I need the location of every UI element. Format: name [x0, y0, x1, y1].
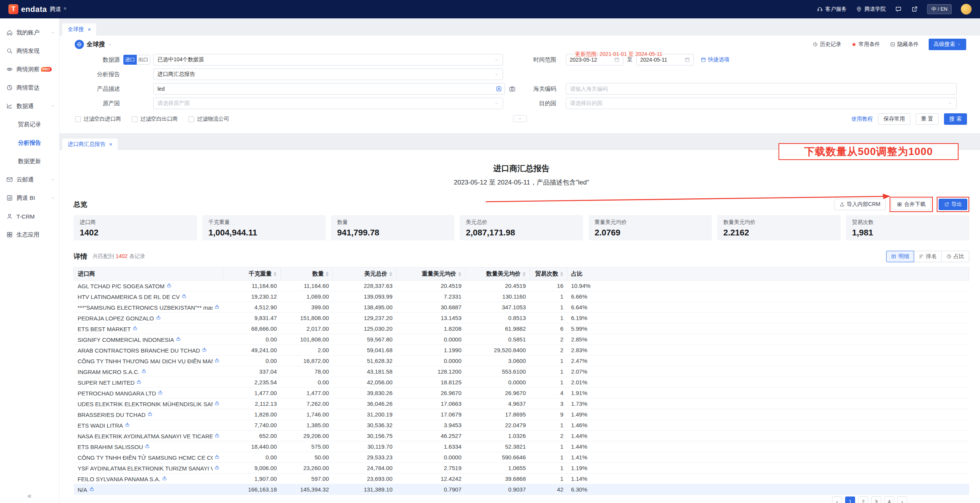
table-row[interactable]: CÔNG TY TNHH ĐIÊN TỬ SAMSUNG HCMC CE COM… — [74, 452, 969, 463]
page-button[interactable]: 4 — [884, 496, 894, 503]
import-row-to-crm-icon[interactable] — [202, 347, 207, 352]
table-row[interactable]: N/A 166,163.18 145,394.32 131,389.10 0.7… — [74, 484, 969, 495]
import-row-to-crm-icon[interactable] — [136, 379, 141, 384]
col-usd-total[interactable]: 美元总价 — [333, 268, 397, 281]
view-share-button[interactable]: 占比 — [941, 251, 969, 262]
filter-blank-importer[interactable]: 过滤空白进口商 — [75, 116, 121, 122]
table-row[interactable]: SUPER NET LIMITED 2,235.54 0.00 42,056.0… — [74, 377, 969, 388]
collapse-form-button[interactable] — [513, 115, 527, 122]
filter-logistics[interactable]: 过滤物流公司 — [188, 116, 229, 122]
table-row[interactable]: YSF AYDINLATMA ELEKTRONIK TURIZM SANAYI … — [74, 463, 969, 474]
import-toggle[interactable]: 进口 — [123, 55, 137, 65]
page-button[interactable]: 3 — [871, 496, 881, 503]
sidebar-item-eco-apps[interactable]: 生态应用 — [0, 225, 59, 244]
tab-global-search[interactable]: 全球搜 × — [62, 23, 96, 36]
export-toggle[interactable]: 出口 — [137, 55, 150, 65]
import-row-to-crm-icon[interactable] — [215, 304, 220, 309]
import-row-to-crm-icon[interactable] — [158, 390, 163, 395]
table-row[interactable]: ***"SAMSUNG ELECTRONICS UZBEKISTAN"** ma… — [74, 302, 969, 313]
academy-link[interactable]: 腾道学院 — [856, 6, 886, 13]
checkbox[interactable] — [75, 116, 81, 122]
import-row-to-crm-icon[interactable] — [133, 326, 138, 331]
hscode-input[interactable] — [566, 83, 957, 95]
sidebar-item-radar[interactable]: 商情雷达 — [0, 78, 59, 97]
import-row-to-crm-icon[interactable] — [162, 476, 167, 481]
import-row-to-crm-icon[interactable] — [167, 283, 172, 288]
col-kg-avg-price[interactable]: 重量美元均价 — [397, 268, 465, 281]
col-qty-avg-price[interactable]: 数量美元均价 — [465, 268, 530, 281]
sort-icon[interactable] — [274, 272, 277, 276]
checkbox[interactable] — [188, 116, 194, 122]
sidebar-item-discovery[interactable]: 商情发现 — [0, 42, 59, 60]
tendata-logo[interactable]: T endata 腾道 ® — [8, 4, 66, 14]
table-row[interactable]: HTV LATINOAMERICA S DE RL DE CV 19,230.1… — [74, 291, 969, 302]
view-detail-button[interactable]: 明细 — [886, 251, 914, 262]
import-row-to-crm-icon[interactable] — [215, 465, 220, 470]
external-link-icon[interactable] — [911, 6, 918, 13]
import-row-to-crm-icon[interactable] — [156, 315, 161, 320]
sidebar-collapse-button[interactable]: « — [0, 492, 59, 500]
history-button[interactable]: 历史记录 — [813, 41, 841, 48]
table-row[interactable]: PEDRAJA LOPEZ GONZALO 9,831.47 151,808.0… — [74, 313, 969, 323]
view-rank-button[interactable]: 排名 — [914, 251, 942, 262]
table-row[interactable]: PETROCHAD MANGARA LTD 1,477.00 1,477.00 … — [74, 388, 969, 398]
import-row-to-crm-icon[interactable] — [215, 358, 220, 363]
import-row-to-crm-icon[interactable] — [125, 422, 130, 427]
tab-importer-summary-report[interactable]: 进口商汇总报告 × — [62, 139, 118, 150]
import-row-to-crm-icon[interactable] — [215, 401, 220, 406]
col-quantity[interactable]: 数量 — [281, 268, 333, 281]
import-row-to-crm-icon[interactable] — [176, 336, 181, 341]
favorite-conditions-button[interactable]: 常用条件 — [851, 41, 880, 48]
report-type-select[interactable]: 进口商汇总报告 — [153, 69, 503, 80]
hide-conditions-button[interactable]: 隐藏条件 — [890, 41, 919, 48]
customer-service-link[interactable]: 客户服务 — [817, 6, 847, 13]
language-toggle[interactable]: 中 / EN — [927, 4, 952, 14]
sidebar-item-bi[interactable]: 腾道 BI — [0, 189, 59, 207]
table-row[interactable]: CÔNG TY TNHH THƯƠNG MAI DỊCH VỤ ĐIÊN MAN… — [74, 356, 969, 366]
table-row[interactable]: UDES ELEKTRIK ELEKTRONIK MÜHENDISLIK SAN… — [74, 398, 969, 409]
tutorial-link[interactable]: 使用教程 — [851, 116, 873, 122]
export-button[interactable]: 导出 — [939, 199, 967, 210]
close-icon[interactable]: × — [109, 141, 112, 147]
filter-blank-exporter[interactable]: 过滤空白出口商 — [132, 116, 178, 122]
user-avatar[interactable] — [961, 4, 972, 15]
sidebar-item-my-account[interactable]: 我的账户 — [0, 23, 59, 42]
translate-icon[interactable] — [496, 86, 502, 92]
import-to-crm-button[interactable]: 导入内部CRM — [834, 199, 886, 210]
page-button[interactable]: 2 — [858, 496, 868, 503]
page-button[interactable]: ‹ — [832, 496, 842, 503]
table-row[interactable]: NASA ELEKTRIK AYDINLATMA SANAYI VE TICAR… — [74, 431, 969, 441]
dest-country-select[interactable]: 请选择目的国 — [566, 98, 957, 109]
table-row[interactable]: FEILO SYLVANIA PANAMA S.A. 1,907.00 597.… — [74, 474, 969, 484]
sort-icon[interactable] — [560, 272, 563, 276]
save-conditions-button[interactable]: 保存常用 — [878, 113, 910, 125]
checkbox[interactable] — [132, 116, 138, 122]
sidebar-subitem-trade-records[interactable]: 贸易记录 — [0, 115, 59, 134]
sidebar-item-insight[interactable]: 商情洞察 PRO — [0, 60, 59, 78]
table-row[interactable]: BRASSERIES DU TCHAD 1,828.00 1,746.00 31… — [74, 409, 969, 420]
chat-icon[interactable] — [895, 6, 902, 13]
sidebar-item-data[interactable]: 数据通 — [0, 97, 59, 115]
col-trade-count[interactable]: 贸易次数 — [530, 268, 567, 281]
page-button[interactable]: › — [897, 496, 907, 503]
table-row[interactable]: ETS BRAHIM SALISSOU 18,440.00 575.00 30,… — [74, 441, 969, 452]
sort-icon[interactable] — [523, 272, 526, 276]
import-row-to-crm-icon[interactable] — [182, 294, 187, 299]
import-row-to-crm-icon[interactable] — [141, 369, 146, 374]
sidebar-subitem-analysis-report[interactable]: 分析报告 — [0, 134, 59, 152]
datasource-select[interactable]: 已选中104个数据源 — [153, 54, 503, 65]
import-row-to-crm-icon[interactable] — [215, 454, 220, 459]
table-row[interactable]: INGRAM MICRO S.A.C. 337.04 78.00 43,181.… — [74, 366, 969, 377]
table-row[interactable]: ETS WADI LITRA 7,740.00 1,385.00 30,536.… — [74, 420, 969, 431]
import-row-to-crm-icon[interactable] — [145, 444, 150, 449]
close-icon[interactable]: × — [88, 26, 91, 33]
sort-icon[interactable] — [458, 272, 461, 276]
product-desc-input[interactable] — [153, 83, 505, 95]
sidebar-item-tcrm[interactable]: T-CRM — [0, 207, 59, 225]
import-row-to-crm-icon[interactable] — [89, 487, 94, 492]
quick-options-link[interactable]: 快捷选项 — [701, 56, 729, 63]
scope-selector[interactable]: 全球搜 — [75, 40, 112, 49]
sort-icon[interactable] — [389, 272, 392, 276]
sort-icon[interactable] — [326, 272, 329, 276]
advanced-search-button[interactable]: 高级搜索 — [929, 39, 966, 50]
